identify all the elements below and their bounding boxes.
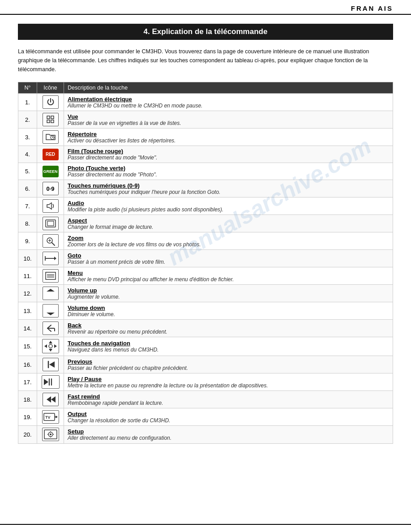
row-subtitle: Passer de la vue en vignettes à la vue d… <box>68 120 389 126</box>
row-icon <box>37 302 64 320</box>
row-number: 1. <box>18 94 37 111</box>
table-row: 1. Alimentation électriqueAllumer le CM3… <box>18 94 393 111</box>
row-subtitle: Diminuer le volume. <box>68 311 389 317</box>
table-row: 5.GREENPhoto (Touche verte)Passer direct… <box>18 163 393 180</box>
main-content: 4. Explication de la télécommande La tél… <box>0 15 411 453</box>
row-number: 12. <box>18 285 37 302</box>
table-row: 12. Volume upAugmenter le volume. <box>18 285 393 302</box>
row-title: Previous <box>68 358 389 365</box>
row-subtitle: Afficher le menu DVD principal ou affich… <box>68 276 389 283</box>
row-number: 8. <box>18 215 37 232</box>
table-row: 7. AudioModifier la piste audio (si plus… <box>18 197 393 215</box>
table-row: 11. MenuAfficher le menu DVD principal o… <box>18 267 393 285</box>
table-row: 15. Touches de navigationNaviguez dans l… <box>18 337 393 356</box>
row-number: 4. <box>18 146 37 163</box>
row-subtitle: Changer la résolution de sortie du CM3HD… <box>68 417 389 424</box>
svg-rect-0 <box>47 116 50 119</box>
table-row: 2. VuePasser de la vue en vignettes à la… <box>18 111 393 129</box>
row-description: Play / PauseMettre la lecture en pause o… <box>64 373 393 391</box>
svg-marker-18 <box>47 289 55 292</box>
table-row: 17. Play / PauseMettre la lecture en pau… <box>18 373 393 391</box>
row-subtitle: Rembobinage rapide pendant la lecture. <box>68 400 389 406</box>
svg-point-24 <box>49 344 52 348</box>
row-subtitle: Passer directement au mode "Photo". <box>68 172 389 178</box>
row-number: 20. <box>18 426 37 444</box>
row-subtitle: Changer le format image de lecture. <box>68 224 389 230</box>
row-subtitle: Modifier la piste audio (si plusieurs pi… <box>68 206 389 213</box>
svg-rect-6 <box>47 221 54 226</box>
row-title: Alimentation électrique <box>68 96 389 103</box>
row-number: 19. <box>18 408 37 426</box>
row-number: 14. <box>18 320 37 337</box>
row-description: SetupAller directement au menu de config… <box>64 426 393 444</box>
row-title: Setup <box>68 428 389 435</box>
row-title: Play / Pause <box>68 376 389 382</box>
svg-marker-30 <box>47 396 51 403</box>
page-language-label: FRAN AIS <box>351 4 393 12</box>
row-number: 5. <box>18 163 37 180</box>
row-description: VuePasser de la vue en vignettes à la vu… <box>64 111 393 129</box>
row-icon <box>37 373 64 391</box>
table-row: 13. Volume downDiminuer le volume. <box>18 302 393 320</box>
row-subtitle: Passer directement au mode "Movie". <box>68 154 389 161</box>
row-title: Output <box>68 411 389 417</box>
col-header-num: N° <box>18 82 37 94</box>
table-row: 9. ZoomZoomer lors de la lecture de vos … <box>18 232 393 250</box>
svg-rect-5 <box>46 220 56 227</box>
row-title: Touches de navigation <box>68 340 389 347</box>
svg-line-8 <box>52 243 55 245</box>
row-title: Photo (Touche verte) <box>68 165 389 172</box>
row-icon <box>37 391 64 408</box>
row-subtitle: Revenir au répertoire ou menu précédent. <box>68 329 389 335</box>
intro-paragraph: La télécommande est utilisée pour comman… <box>18 47 393 74</box>
row-description: Volume upAugmenter le volume. <box>64 285 393 302</box>
row-icon <box>37 267 64 285</box>
row-description: Fast rewindRembobinage rapide pendant la… <box>64 391 393 408</box>
row-description: AspectChanger le format image de lecture… <box>64 215 393 232</box>
row-number: 15. <box>18 337 37 356</box>
row-subtitle: Allumer le CM3HD ou mettre le CM3HD en m… <box>68 103 389 109</box>
row-icon <box>37 197 64 215</box>
table-row: 4.REDFilm (Touche rouge)Passer directeme… <box>18 146 393 163</box>
row-icon <box>37 129 64 146</box>
row-title: Goto <box>68 252 389 259</box>
table-row: 20. SetupAller directement au menu de co… <box>18 426 393 444</box>
table-row: 10. GotoPasser à un moment précis de vot… <box>18 250 393 267</box>
row-description: Volume downDiminuer le volume. <box>64 302 393 320</box>
row-description: RépertoireActiver ou désactiver les list… <box>64 129 393 146</box>
table-row: 6.0·9Touches numériques (0-9)Touches num… <box>18 180 393 197</box>
row-icon <box>37 285 64 302</box>
row-icon <box>37 215 64 232</box>
row-number: 3. <box>18 129 37 146</box>
row-description: Touches numériques (0-9)Touches numériqu… <box>64 180 393 197</box>
row-number: 10. <box>18 250 37 267</box>
row-icon <box>37 337 64 356</box>
row-title: Touches numériques (0-9) <box>68 182 389 189</box>
row-icon <box>37 320 64 337</box>
row-title: Zoom <box>68 235 389 241</box>
row-icon: 0·9 <box>37 180 64 197</box>
svg-rect-3 <box>51 120 54 123</box>
row-icon: GREEN <box>37 163 64 180</box>
bottom-bar <box>0 524 411 532</box>
top-bar: FRAN AIS <box>0 0 411 15</box>
row-icon: RED <box>37 146 64 163</box>
row-description: ZoomZoomer lors de la lecture de vos fil… <box>64 232 393 250</box>
row-description: Alimentation électriqueAllumer le CM3HD … <box>64 94 393 111</box>
row-description: MenuAfficher le menu DVD principal ou af… <box>64 267 393 285</box>
row-subtitle: Naviguez dans les menus du CM3HD. <box>68 347 389 353</box>
row-icon <box>37 356 64 373</box>
row-number: 6. <box>18 180 37 197</box>
row-title: Vue <box>68 113 389 120</box>
svg-rect-1 <box>51 116 54 119</box>
col-header-desc: Description de la touche <box>64 82 393 94</box>
row-subtitle: Zoomer lors de la lecture de vos films o… <box>68 241 389 248</box>
table-row: 16. PreviousPasser au fichier précédent … <box>18 356 393 373</box>
row-number: 17. <box>18 373 37 391</box>
row-title: Audio <box>68 200 389 206</box>
svg-marker-31 <box>51 396 56 403</box>
row-title: Menu <box>68 270 389 276</box>
row-title: Volume up <box>68 287 389 294</box>
table-row: 8. AspectChanger le format image de lect… <box>18 215 393 232</box>
row-title: Film (Touche rouge) <box>68 148 389 154</box>
